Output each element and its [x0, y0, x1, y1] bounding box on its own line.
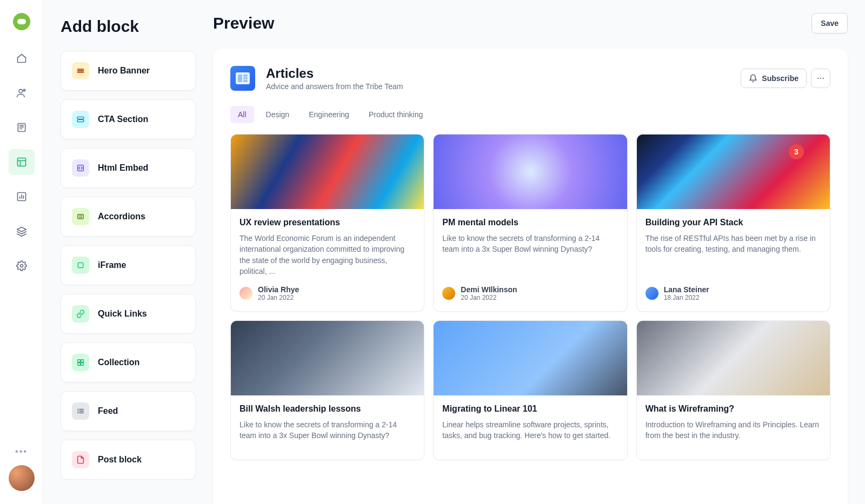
user-avatar[interactable]	[9, 465, 35, 491]
filter-chip-engineering[interactable]: Engineering	[301, 106, 357, 123]
svg-point-1	[23, 89, 25, 91]
block-quick-links[interactable]: Quick Links	[61, 294, 196, 334]
svg-rect-14	[81, 363, 84, 366]
svg-point-20	[823, 78, 824, 79]
cta-section-icon	[72, 111, 89, 128]
article-card[interactable]: UX review presentationsThe World Economi…	[230, 134, 424, 312]
icon-rail: •••	[0, 0, 43, 504]
home-icon	[16, 53, 27, 64]
filter-chip-all[interactable]: All	[230, 106, 254, 123]
feed-icon	[72, 402, 89, 420]
settings-icon	[16, 260, 27, 271]
rail-settings[interactable]	[9, 253, 35, 279]
filter-row: AllDesignEngineeringProduct thinking	[230, 106, 830, 123]
layout-icon	[16, 157, 27, 167]
article-title: What is Wireframing?	[646, 404, 821, 414]
svg-rect-3	[17, 158, 25, 166]
block-label: Quick Links	[98, 309, 147, 319]
more-options-button[interactable]	[811, 69, 830, 88]
svg-rect-10	[78, 263, 83, 267]
accordions-icon	[72, 208, 89, 225]
article-card[interactable]: What is Wireframing?Introduction to Wire…	[636, 320, 830, 460]
article-description: The World Economic Forum is an independe…	[239, 233, 415, 277]
html-embed-icon	[72, 159, 89, 177]
article-title: UX review presentations	[239, 218, 415, 227]
preview-title: Preview	[213, 14, 274, 32]
article-description: Linear helps streamline software project…	[442, 419, 618, 441]
article-author: Lana Steiner18 Jan 2022	[646, 285, 821, 301]
svg-point-17	[77, 412, 78, 413]
author-avatar	[239, 287, 252, 300]
article-title: Building your API Stack	[646, 218, 821, 227]
subscribe-label: Subscribe	[762, 74, 799, 83]
svg-point-18	[817, 78, 819, 79]
block-label: Accordions	[98, 212, 145, 221]
save-button[interactable]: Save	[811, 13, 848, 33]
block-cta-section[interactable]: CTA Section	[61, 99, 196, 139]
collection-subtitle: Advice and answers from the Tribe Team	[266, 82, 403, 91]
article-title: PM mental models	[442, 218, 618, 227]
svg-rect-13	[78, 363, 81, 366]
rail-layout[interactable]	[9, 149, 35, 175]
rail-content[interactable]	[9, 115, 35, 140]
block-html-embed[interactable]: Html Embed	[61, 148, 196, 188]
quick-links-icon	[72, 305, 89, 322]
blocks-panel-title: Add block	[61, 17, 196, 36]
svg-point-15	[77, 409, 78, 410]
svg-rect-7	[77, 120, 84, 122]
article-card[interactable]: Bill Walsh leadership lessonsLike to kno…	[230, 320, 424, 460]
article-image	[231, 321, 424, 395]
article-description: The rise of RESTful APIs has been met by…	[646, 233, 821, 255]
article-title: Bill Walsh leadership lessons	[239, 404, 415, 414]
articles-grid: UX review presentationsThe World Economi…	[230, 134, 830, 460]
post-block-icon	[72, 451, 89, 468]
article-card[interactable]: Building your API StackThe rise of RESTf…	[636, 134, 830, 312]
hero-banner-icon	[72, 62, 89, 79]
article-author: Olivia Rhye20 Jan 2022	[239, 285, 415, 301]
author-name: Lana Steiner	[664, 285, 709, 294]
block-feed[interactable]: Feed	[61, 391, 196, 431]
rail-more[interactable]: •••	[15, 447, 28, 456]
svg-point-0	[19, 89, 23, 93]
chart-icon	[16, 191, 27, 202]
article-description: Like to know the secrets of transforming…	[239, 419, 415, 441]
article-author: Demi WIlkinson20 Jan 2022	[442, 285, 618, 301]
svg-rect-9	[78, 214, 84, 219]
article-card[interactable]: PM mental modelsLike to know the secrets…	[433, 134, 627, 312]
svg-point-16	[77, 411, 78, 412]
filter-chip-design[interactable]: Design	[258, 106, 297, 123]
author-avatar	[646, 287, 658, 300]
author-date: 18 Jan 2022	[664, 294, 709, 301]
svg-point-19	[820, 78, 821, 79]
app-logo[interactable]	[13, 13, 30, 30]
block-iframe[interactable]: iFrame	[61, 245, 196, 285]
block-label: CTA Section	[98, 115, 148, 124]
article-image	[637, 321, 830, 395]
iframe-icon	[72, 257, 89, 274]
svg-point-5	[20, 265, 23, 267]
author-date: 20 Jan 2022	[258, 294, 299, 301]
rail-users[interactable]	[9, 80, 35, 106]
article-description: Introduction to Wireframing and its Prin…	[646, 419, 821, 441]
book-icon	[16, 122, 27, 133]
rail-layers[interactable]	[9, 218, 35, 244]
collection-icon	[72, 354, 89, 371]
articles-collection-icon	[230, 66, 255, 91]
block-post-block[interactable]: Post block	[61, 440, 196, 480]
block-collection[interactable]: Collection	[61, 342, 196, 382]
user-icon	[16, 88, 27, 98]
block-hero-banner[interactable]: Hero Banner	[61, 51, 196, 91]
collection-title: Articles	[266, 66, 403, 81]
article-card[interactable]: Migrating to Linear 101Linear helps stre…	[433, 320, 627, 460]
preview-body: Articles Advice and answers from the Tri…	[213, 49, 848, 504]
rail-analytics[interactable]	[9, 184, 35, 210]
rail-home[interactable]	[9, 45, 35, 71]
author-date: 20 Jan 2022	[461, 294, 517, 301]
filter-chip-product-thinking[interactable]: Product thinking	[361, 106, 430, 123]
blocks-panel: Add block Hero BannerCTA SectionHtml Emb…	[43, 0, 213, 504]
article-description: Like to know the secrets of transforming…	[442, 233, 618, 255]
block-accordions[interactable]: Accordions	[61, 197, 196, 237]
block-label: Collection	[98, 358, 139, 367]
subscribe-button[interactable]: Subscribe	[741, 69, 807, 88]
svg-rect-12	[81, 360, 84, 362]
